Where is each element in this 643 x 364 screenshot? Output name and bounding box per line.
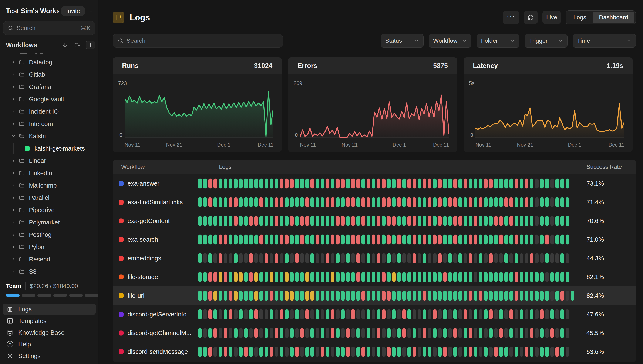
log-bar[interactable]	[397, 347, 401, 357]
log-bar[interactable]	[336, 253, 340, 263]
sidebar-item-help[interactable]: ? Help	[3, 339, 96, 350]
log-bar[interactable]	[377, 272, 380, 282]
log-bar[interactable]	[203, 178, 207, 188]
log-bar[interactable]	[224, 272, 227, 282]
log-bar[interactable]	[484, 235, 488, 245]
log-bar[interactable]	[290, 291, 294, 301]
log-bar[interactable]	[305, 328, 309, 338]
log-bar[interactable]	[489, 291, 493, 301]
table-row-file-url[interactable]: file-url 82.4%	[113, 286, 636, 305]
log-bar[interactable]	[555, 253, 559, 263]
log-bar[interactable]	[433, 178, 437, 188]
log-bar[interactable]	[224, 197, 227, 207]
log-bar[interactable]	[423, 347, 426, 357]
table-row-discord-sendMessage[interactable]: discord-sendMessage 53.6%	[113, 342, 636, 361]
log-bar[interactable]	[540, 235, 544, 245]
sidebar-folder-parallel[interactable]: Parallel	[0, 192, 98, 204]
log-bar[interactable]	[275, 291, 278, 301]
new-folder-icon[interactable]	[73, 40, 82, 50]
log-bar[interactable]	[509, 272, 513, 282]
log-bar[interactable]	[433, 272, 437, 282]
log-bar[interactable]	[310, 328, 314, 338]
log-bar[interactable]	[494, 253, 498, 263]
sidebar-workflow-kalshi-get-markets[interactable]: kalshi-get-markets	[0, 142, 98, 154]
log-bar[interactable]	[336, 197, 340, 207]
log-bar[interactable]	[566, 216, 569, 226]
log-bar[interactable]	[545, 253, 549, 263]
log-bar[interactable]	[479, 291, 483, 301]
log-bar[interactable]	[361, 291, 365, 301]
log-bar[interactable]	[259, 253, 263, 263]
log-bar[interactable]	[387, 253, 391, 263]
log-bar[interactable]	[224, 310, 227, 320]
log-bar[interactable]	[270, 178, 273, 188]
log-bar[interactable]	[464, 216, 467, 226]
log-bar[interactable]	[249, 253, 253, 263]
log-bar[interactable]	[520, 291, 523, 301]
log-bar[interactable]	[310, 216, 314, 226]
log-bar[interactable]	[351, 216, 355, 226]
log-bar[interactable]	[316, 347, 319, 357]
log-bar[interactable]	[346, 178, 350, 188]
log-bar[interactable]	[428, 197, 432, 207]
log-bar[interactable]	[234, 253, 238, 263]
log-bar[interactable]	[203, 328, 207, 338]
log-bar[interactable]	[453, 253, 457, 263]
log-bar[interactable]	[275, 347, 278, 357]
sidebar-item-logs[interactable]: Logs	[3, 304, 96, 315]
log-bar[interactable]	[377, 347, 380, 357]
log-bar[interactable]	[270, 253, 273, 263]
filter-trigger[interactable]: Trigger	[525, 34, 567, 48]
log-bar[interactable]	[387, 310, 391, 320]
log-bar[interactable]	[448, 235, 452, 245]
log-bar[interactable]	[254, 216, 258, 226]
log-bar[interactable]	[474, 253, 477, 263]
log-bar[interactable]	[560, 291, 564, 301]
log-bar[interactable]	[540, 216, 544, 226]
log-bar[interactable]	[244, 347, 248, 357]
log-bar[interactable]	[438, 235, 442, 245]
log-bar[interactable]	[356, 235, 360, 245]
log-bar[interactable]	[443, 328, 447, 338]
log-bar[interactable]	[397, 272, 401, 282]
log-bar[interactable]	[372, 328, 375, 338]
log-bar[interactable]	[494, 347, 498, 357]
log-bar[interactable]	[377, 253, 380, 263]
log-bar[interactable]	[417, 328, 421, 338]
log-bar[interactable]	[464, 272, 467, 282]
log-bar[interactable]	[305, 347, 309, 357]
log-bar[interactable]	[361, 253, 365, 263]
log-bar[interactable]	[494, 272, 498, 282]
log-bar[interactable]	[453, 347, 457, 357]
log-bar[interactable]	[377, 197, 380, 207]
log-bar[interactable]	[545, 235, 549, 245]
log-bar[interactable]	[494, 178, 498, 188]
log-bar[interactable]	[275, 253, 278, 263]
log-bar[interactable]	[321, 272, 324, 282]
log-bar[interactable]	[341, 291, 345, 301]
log-bar[interactable]	[560, 235, 564, 245]
log-bar[interactable]	[530, 347, 533, 357]
log-bar[interactable]	[275, 272, 278, 282]
log-bar[interactable]	[459, 347, 462, 357]
log-bar[interactable]	[372, 291, 375, 301]
log-bar[interactable]	[499, 310, 503, 320]
log-bar[interactable]	[321, 216, 324, 226]
log-bar[interactable]	[259, 347, 263, 357]
log-bar[interactable]	[300, 235, 304, 245]
log-bar[interactable]	[316, 253, 319, 263]
log-bar[interactable]	[459, 328, 462, 338]
log-bar[interactable]	[464, 328, 467, 338]
log-bar[interactable]	[479, 197, 483, 207]
log-bar[interactable]	[550, 253, 554, 263]
log-bar[interactable]	[351, 328, 355, 338]
log-bar[interactable]	[234, 347, 238, 357]
log-bar[interactable]	[555, 272, 559, 282]
log-bar[interactable]	[438, 178, 442, 188]
log-bar[interactable]	[300, 347, 304, 357]
log-bar[interactable]	[417, 178, 421, 188]
log-bar[interactable]	[300, 272, 304, 282]
log-bar[interactable]	[244, 291, 248, 301]
log-bar[interactable]	[295, 253, 299, 263]
log-bar[interactable]	[448, 272, 452, 282]
